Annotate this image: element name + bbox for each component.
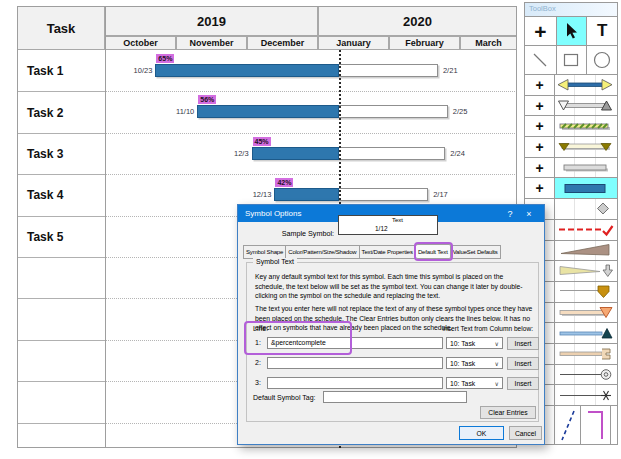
symbol-row-gray-bar[interactable]: + — [525, 157, 617, 178]
column-dropdown-3[interactable]: 10: Task∨ — [446, 377, 503, 389]
gantt-bar-fill — [252, 147, 339, 160]
tab-symbol-shape[interactable]: Symbol Shape — [243, 245, 286, 259]
year-header-2019: 2019 — [105, 6, 318, 36]
percent-complete-badge: 45% — [253, 137, 271, 146]
empty-task-label — [17, 257, 105, 298]
bar-down-triangle-icon — [556, 303, 616, 322]
insert-button-3[interactable]: Insert — [507, 377, 539, 390]
tab-default-text[interactable]: Default Text — [416, 244, 451, 259]
end-date-label: 2/24 — [450, 149, 465, 158]
insert-button-1[interactable]: Insert — [507, 337, 539, 350]
plus-icon[interactable]: + — [525, 96, 555, 116]
text-icon: T — [597, 21, 607, 41]
symbol-row-double-arrow-bar[interactable]: + — [525, 74, 617, 95]
double-arrow-bar-icon — [556, 75, 616, 94]
insert-from-column-label: Insert Text from Column below: — [442, 325, 533, 332]
ellipse-icon — [592, 50, 612, 70]
cancel-button[interactable]: Cancel — [509, 426, 542, 440]
row-separator — [105, 174, 517, 175]
task-column-header: Task — [17, 6, 105, 50]
column-dropdown-1[interactable]: 10: Task∨ — [446, 337, 503, 349]
plus-icon[interactable]: + — [525, 158, 555, 178]
pentagon-icon — [556, 282, 616, 301]
plus-icon[interactable]: + — [525, 137, 555, 157]
line-icon — [531, 51, 549, 69]
chevron-down-icon: ∨ — [495, 380, 499, 387]
line-number-label-2: 2: — [255, 359, 261, 366]
month-header-february: February — [389, 36, 460, 50]
empty-task-label — [17, 381, 105, 422]
start-date-label: 10/23 — [134, 66, 153, 75]
line-star-end-icon — [556, 386, 616, 405]
dropdown-value: 10: Task — [450, 380, 475, 387]
bar-bracket-end-icon — [556, 344, 616, 363]
line-text-field-1[interactable]: &percentcomplete — [267, 337, 443, 349]
default-symbol-tag-field[interactable] — [323, 391, 467, 403]
diamond-icon — [556, 199, 616, 218]
empty-cell — [611, 406, 617, 444]
close-button[interactable]: × — [521, 209, 537, 219]
empty-task-label — [17, 298, 105, 339]
month-header-december: December — [247, 36, 318, 50]
gantt-bar-fill — [274, 188, 338, 201]
row-separator — [105, 91, 517, 92]
symbol-row-flag-ended-bar[interactable]: + — [525, 136, 617, 157]
tab-valueset-defaults[interactable]: ValueSet Defaults — [451, 245, 501, 259]
toolbox-title: ToolBox — [525, 3, 617, 16]
month-header-november: November — [176, 36, 247, 50]
label-column-divider — [105, 6, 106, 448]
month-header-january: January — [318, 36, 389, 50]
percent-complete-badge: 65% — [156, 54, 174, 63]
bar-right-triangle-icon — [556, 324, 616, 343]
gantt-bar-task-2[interactable] — [197, 105, 447, 118]
plus-icon[interactable]: + — [525, 75, 555, 95]
line-tool[interactable] — [525, 45, 556, 74]
column-dropdown-2[interactable]: 10: Task∨ — [446, 357, 503, 369]
symbol-row-triangle-ended-bar[interactable]: + — [525, 95, 617, 116]
task-label-2: Task 2 — [17, 91, 105, 132]
gantt-bar-fill — [155, 64, 338, 77]
pointer-tool[interactable] — [556, 16, 587, 45]
gantt-bar-task-1[interactable] — [155, 64, 438, 77]
plus-icon[interactable]: + — [525, 116, 555, 136]
empty-task-label — [17, 423, 105, 448]
insert-button-2[interactable]: Insert — [507, 357, 539, 370]
tab-text-date-properties[interactable]: Text/Date Properties — [360, 245, 416, 259]
task-label-3: Task 3 — [17, 133, 105, 174]
cursor-arrow-icon — [562, 22, 580, 40]
ok-button[interactable]: OK — [459, 426, 504, 440]
plus-icon[interactable]: + — [525, 178, 555, 198]
elbow-line-tool[interactable] — [581, 406, 611, 444]
sample-symbol-text: Text — [392, 217, 403, 223]
percent-complete-badge: 42% — [275, 178, 293, 187]
rectangle-icon — [562, 51, 580, 69]
symbol-row-hatched-bar[interactable]: + — [525, 115, 617, 136]
line-number-label-1: 1: — [255, 339, 261, 346]
symbol-row-blue-bar[interactable]: + — [525, 177, 617, 198]
dashed-diagonal-line-tool[interactable] — [555, 406, 581, 444]
elbow-line-icon — [582, 407, 610, 444]
add-symbol-tool[interactable]: + — [525, 16, 556, 45]
ellipse-tool[interactable] — [586, 45, 617, 74]
sample-symbol-label: Sample Symbol: — [258, 229, 334, 238]
chevron-down-icon: ∨ — [495, 340, 499, 347]
empty-task-label — [17, 340, 105, 381]
triangle-ended-bar-icon — [556, 96, 616, 115]
clear-entries-button[interactable]: Clear Entries — [480, 406, 536, 419]
gantt-bar-fill — [197, 105, 338, 118]
expanding-wedge-icon — [556, 241, 616, 260]
flag-ended-bar-icon — [556, 137, 616, 156]
start-date-label: 12/13 — [253, 190, 272, 199]
instructions-paragraph-1: Key any default symbol text for this sym… — [255, 272, 533, 301]
tapering-wedge-down-arrow-icon — [556, 262, 616, 281]
help-button[interactable]: ? — [499, 209, 521, 219]
rectangle-tool[interactable] — [556, 45, 587, 74]
red-dashed-line-icon — [556, 220, 616, 239]
text-tool[interactable]: T — [586, 16, 617, 45]
task-label-1: Task 1 — [17, 50, 105, 91]
line-text-field-2[interactable] — [267, 357, 443, 369]
gantt-bar-task-3[interactable] — [252, 147, 446, 160]
line-text-field-3[interactable] — [267, 377, 443, 389]
gantt-bar-task-4[interactable] — [274, 188, 428, 201]
tab-color-pattern-size-shadow[interactable]: Color/Pattern/Size/Shadow — [286, 245, 359, 259]
